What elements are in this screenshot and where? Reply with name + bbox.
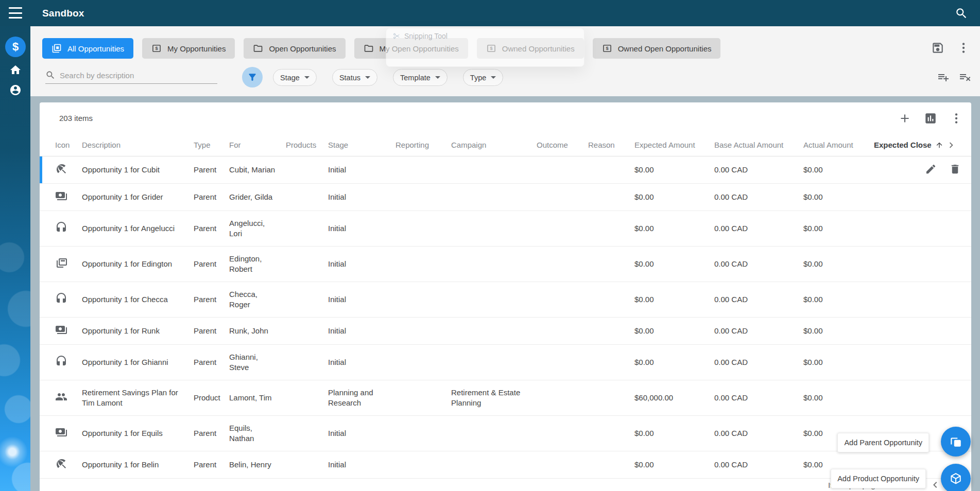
remove-from-list-button[interactable] — [959, 71, 971, 83]
cell-stage: Initial — [328, 192, 396, 202]
cell-type: Product — [194, 393, 229, 403]
sidebar-item-account[interactable] — [9, 84, 22, 96]
column-header[interactable]: Products — [286, 141, 328, 149]
cell-type: Parent — [194, 357, 229, 367]
cell-description: Retirement Savings Plan for Tim Lamont — [82, 388, 194, 408]
headset-icon — [55, 221, 67, 234]
cell-base-actual-amount: 0.00 CAD — [714, 460, 803, 470]
add-parent-opportunity-fab[interactable] — [941, 427, 971, 457]
cell-actual-amount: $0.00 — [803, 393, 874, 403]
cell-icon — [55, 391, 82, 406]
cell-base-actual-amount: 0.00 CAD — [714, 259, 803, 269]
payments-icon — [55, 426, 67, 439]
cell-icon — [55, 163, 82, 178]
table-row[interactable]: Opportunity 1 for RunkParentRunk, JohnIn… — [40, 318, 971, 345]
column-header[interactable]: Base Actual Amount — [714, 141, 803, 149]
type-filter-dropdown[interactable]: Type — [463, 69, 503, 86]
view-tabs: All Opportunities $ My Opportunities Ope… — [42, 38, 720, 59]
menu-icon[interactable] — [9, 7, 22, 19]
trash-icon — [949, 163, 961, 175]
table-row[interactable]: Opportunity 1 for GhianniParentGhianni, … — [40, 345, 971, 380]
cell-for: Cubit, Marian — [229, 165, 286, 175]
view-menu-button[interactable] — [957, 41, 970, 55]
delete-row-button[interactable] — [949, 163, 961, 177]
table-row[interactable]: Opportunity 1 for EquilsParentEquils, Na… — [40, 416, 971, 451]
playlist-add-icon — [937, 71, 950, 83]
table-row[interactable]: Opportunity 1 for CheccaParentChecca, Ro… — [40, 282, 971, 318]
cell-for: Belin, Henry — [229, 460, 286, 470]
dollar-card-icon: $ — [486, 43, 496, 54]
column-header[interactable]: Outcome — [537, 141, 588, 149]
column-header[interactable]: For — [229, 141, 286, 149]
cell-icon — [55, 257, 82, 272]
add-to-list-button[interactable] — [937, 71, 950, 83]
chevron-down-icon — [435, 76, 440, 79]
dollar-icon: $ — [12, 40, 19, 54]
column-header-sorted[interactable]: Expected Close — [874, 141, 932, 149]
cell-actual-amount: $0.00 — [803, 357, 874, 367]
cell-for: Ghianni, Steve — [229, 352, 286, 373]
search-input[interactable] — [60, 71, 217, 80]
cell-base-actual-amount: 0.00 CAD — [714, 428, 803, 439]
tab-label: My Opportunities — [167, 44, 226, 53]
cell-type: Parent — [194, 326, 229, 336]
column-header[interactable]: Campaign — [451, 141, 537, 149]
table-row[interactable]: Opportunity 1 for EdingtonParentEdington… — [40, 247, 971, 282]
table-row[interactable]: Opportunity 1 for CubitParentCubit, Mari… — [40, 156, 971, 184]
chevron-down-icon — [304, 76, 310, 79]
home-icon — [9, 64, 22, 76]
svg-text:$: $ — [606, 46, 608, 51]
column-header[interactable]: Icon — [55, 141, 82, 149]
tab-all-opportunities[interactable]: All Opportunities — [42, 38, 133, 59]
dollar-card-icon: $ — [602, 43, 612, 54]
cell-description: Opportunity 1 for Runk — [82, 326, 194, 336]
column-header[interactable]: Actual Amount — [803, 141, 874, 149]
tab-my-open-opportunities[interactable]: My Open Opportunities — [354, 38, 468, 59]
cell-description: Opportunity 1 for Equils — [82, 428, 194, 439]
tab-label: Owned Opportunities — [502, 44, 575, 53]
cell-icon — [55, 324, 82, 339]
cell-for: Runk, John — [229, 326, 286, 336]
table-row[interactable]: Opportunity 1 for AngelucciParentAngeluc… — [40, 211, 971, 247]
sidebar-item-home[interactable] — [9, 64, 22, 76]
search-icon — [45, 70, 56, 80]
add-item-button[interactable] — [898, 112, 912, 125]
table-row[interactable]: Retirement Savings Plan for Tim LamontPr… — [40, 380, 971, 416]
scroll-columns-right-icon[interactable] — [945, 139, 957, 151]
column-header[interactable]: Stage — [328, 141, 396, 149]
search-icon[interactable] — [955, 7, 968, 20]
chip-label: Type — [470, 74, 486, 82]
filter-button[interactable] — [242, 67, 263, 87]
cell-icon — [55, 190, 82, 205]
tab-label: My Open Opportunities — [380, 44, 459, 53]
chart-view-button[interactable] — [924, 112, 937, 125]
tab-open-opportunities[interactable]: Open Opportunities — [244, 38, 345, 59]
cell-description: Opportunity 1 for Grider — [82, 192, 194, 202]
cell-for: Angelucci, Lori — [229, 218, 286, 239]
previous-page-icon[interactable] — [929, 479, 941, 491]
sidebar-item-money[interactable]: $ — [5, 37, 26, 57]
cell-base-actual-amount: 0.00 CAD — [714, 223, 803, 234]
cell-type: Parent — [194, 294, 229, 305]
cards-icon — [55, 257, 67, 269]
column-header[interactable]: Type — [194, 141, 229, 149]
stage-filter-dropdown[interactable]: Stage — [273, 69, 317, 86]
column-header[interactable]: Expected Amount — [634, 141, 714, 149]
column-header[interactable]: Reason — [588, 141, 634, 149]
edit-row-button[interactable] — [925, 163, 937, 177]
column-header[interactable]: Description — [82, 141, 194, 149]
status-filter-dropdown[interactable]: Status — [332, 69, 377, 86]
tab-owned-open-opportunities[interactable]: $ Owned Open Opportunities — [593, 38, 721, 59]
table-row[interactable]: Opportunity 1 for GriderParentGrider, Gi… — [40, 184, 971, 211]
cell-actual-amount: $0.00 — [803, 294, 874, 305]
page-title: Sandbox — [42, 8, 84, 19]
column-header[interactable]: Reporting — [396, 141, 451, 149]
save-view-button[interactable] — [931, 41, 944, 55]
playlist-remove-icon — [959, 71, 971, 83]
template-filter-dropdown[interactable]: Template — [393, 69, 448, 86]
tab-my-opportunities[interactable]: $ My Opportunities — [142, 38, 235, 59]
table-menu-button[interactable] — [950, 112, 963, 125]
add-product-opportunity-fab[interactable] — [941, 464, 971, 491]
cell-stage: Initial — [328, 460, 396, 470]
tab-owned-opportunities[interactable]: $ Owned Opportunities — [477, 38, 584, 59]
